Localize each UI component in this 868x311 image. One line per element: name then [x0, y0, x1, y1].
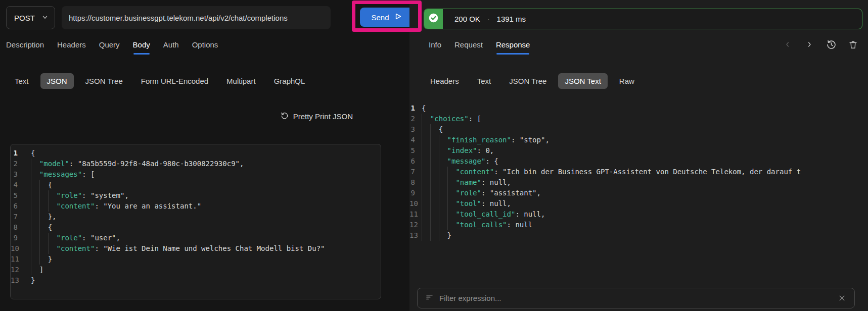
view-headers[interactable]: Headers	[424, 73, 466, 89]
indent-guide	[31, 180, 39, 190]
code-line: 1{	[11, 148, 381, 159]
body-type-json-tree[interactable]: JSON Tree	[79, 73, 129, 89]
indent-guide	[422, 230, 430, 241]
indent-guide	[439, 145, 447, 156]
code-line: 12]	[11, 265, 381, 275]
tab-query[interactable]: Query	[99, 40, 120, 50]
body-type-multipart[interactable]: Multipart	[220, 73, 262, 89]
filter-input[interactable]	[439, 294, 831, 302]
code-line: 7"content": "Ich bin der Business GPT-As…	[409, 167, 868, 177]
line-number: 6	[11, 201, 31, 212]
code-text: "model": "8a5b559d-92f8-48ad-980c-b30082…	[31, 159, 381, 169]
line-number: 13	[409, 230, 422, 241]
body-type-json[interactable]: JSON	[40, 73, 74, 89]
pretty-print-button[interactable]: Pretty Print JSON	[281, 112, 353, 121]
send-label: Send	[371, 13, 389, 22]
response-body-viewer[interactable]: 1{2"choices": [3{4"finish_reason": "stop…	[409, 103, 868, 249]
indent-guide	[430, 167, 439, 177]
line-number: 11	[11, 254, 31, 265]
line-number: 7	[11, 212, 31, 222]
code-line: 6"content": "You are an assistant."	[11, 201, 381, 212]
line-number: 8	[409, 177, 422, 188]
indent-guide	[422, 188, 430, 198]
tab-body[interactable]: Body	[133, 40, 150, 50]
chevron-left-icon[interactable]	[782, 38, 794, 50]
tab-headers[interactable]: Headers	[57, 40, 86, 50]
line-number: 12	[409, 220, 422, 230]
code-line: 9"role": "user",	[11, 233, 381, 243]
body-type-graphql[interactable]: GraphQL	[267, 73, 312, 89]
line-number: 7	[409, 167, 422, 177]
code-text: "role": "user",	[31, 233, 381, 243]
indent-guide	[422, 198, 430, 209]
indent-guide	[422, 124, 430, 135]
line-number: 9	[409, 188, 422, 198]
view-json-text[interactable]: JSON Text	[558, 73, 607, 89]
tab-response[interactable]: Response	[496, 40, 530, 50]
indent-guide	[439, 209, 447, 220]
code-line: 8"name": null,	[409, 177, 868, 188]
view-json-tree[interactable]: JSON Tree	[502, 73, 553, 89]
indent-guide	[422, 209, 430, 220]
indent-guide	[430, 220, 439, 230]
indent-guide	[39, 254, 48, 265]
chevron-right-icon[interactable]	[803, 38, 815, 50]
code-text: ]	[31, 265, 381, 275]
code-line: 11}	[11, 254, 381, 265]
indent-guide	[39, 190, 48, 201]
close-icon[interactable]	[837, 293, 847, 303]
indent-guide	[430, 135, 439, 145]
url-input[interactable]	[62, 6, 331, 29]
code-text: "role": "system",	[31, 190, 381, 201]
refresh-icon	[281, 112, 289, 121]
line-number: 1	[409, 103, 422, 114]
indent-guide	[48, 233, 57, 243]
indent-guide	[31, 222, 39, 233]
check-circle-icon	[428, 13, 439, 25]
tab-auth[interactable]: Auth	[163, 40, 179, 50]
indent-guide	[422, 135, 430, 145]
body-type-form-url-encoded[interactable]: Form URL-Encoded	[134, 73, 215, 89]
indent-guide	[447, 167, 456, 177]
request-body-editor[interactable]: 1{2"model": "8a5b559d-92f8-48ad-980c-b30…	[10, 144, 381, 299]
code-line: 3{	[409, 124, 868, 135]
code-line: 8{	[11, 222, 381, 233]
status-duration: 1391 ms	[497, 15, 526, 23]
trash-icon[interactable]	[847, 38, 859, 50]
indent-guide	[439, 230, 447, 241]
history-icon[interactable]	[825, 38, 837, 50]
indent-guide	[31, 254, 39, 265]
code-line: 9"role": "assistant",	[409, 188, 868, 198]
indent-guide	[31, 265, 39, 275]
line-number: 10	[409, 198, 422, 209]
line-number: 9	[11, 233, 31, 243]
line-number: 6	[409, 156, 422, 167]
code-line: 7},	[11, 212, 381, 222]
line-number: 11	[409, 209, 422, 220]
body-type-text[interactable]: Text	[8, 73, 35, 89]
response-panel: 200 OK · 1391 ms Info Request Response H…	[409, 0, 868, 311]
line-number: 3	[409, 124, 422, 135]
view-raw[interactable]: Raw	[613, 73, 641, 89]
indent-guide	[439, 220, 447, 230]
filter-bar	[417, 288, 855, 308]
indent-guide	[48, 243, 57, 254]
indent-guide	[439, 135, 447, 145]
tab-description[interactable]: Description	[6, 40, 44, 50]
code-text: "content": "You are an assistant."	[31, 201, 381, 212]
response-toolbar	[782, 38, 859, 50]
code-line: 13}	[11, 275, 381, 286]
tab-request[interactable]: Request	[454, 40, 483, 50]
send-button[interactable]: Send	[360, 8, 414, 27]
tab-info[interactable]: Info	[429, 40, 441, 50]
tab-options[interactable]: Options	[192, 40, 218, 50]
method-select[interactable]: POST	[6, 6, 55, 29]
view-text[interactable]: Text	[471, 73, 498, 89]
indent-guide	[439, 198, 447, 209]
code-line: 11"tool_call_id": null,	[409, 209, 868, 220]
indent-guide	[39, 243, 48, 254]
indent-guide	[39, 201, 48, 212]
code-line: 3"messages": [	[11, 169, 381, 180]
indent-guide	[48, 190, 57, 201]
code-line: 1{	[409, 103, 868, 114]
